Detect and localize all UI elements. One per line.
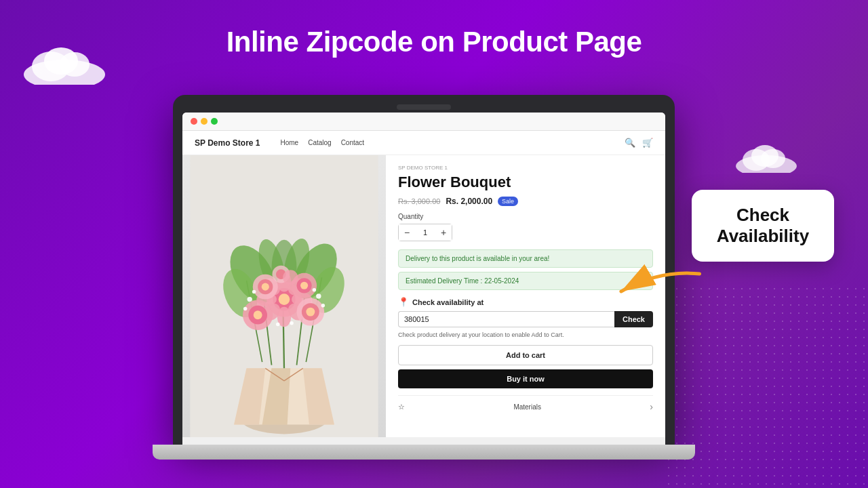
svg-point-56: [321, 304, 326, 308]
nav-links: Home Catalog Contact: [280, 139, 364, 146]
callout-box: Check Availability: [692, 190, 834, 262]
check-input-row: Check: [398, 311, 653, 327]
close-window-dot[interactable]: [191, 118, 197, 125]
materials-chevron-icon[interactable]: ›: [650, 401, 653, 412]
store-logo: SP Demo Store 1: [195, 138, 260, 148]
store-page: SP Demo Store 1 Home Catalog Contact 🔍 🛒: [182, 131, 665, 437]
page-header: Inline Zipcode on Product Page: [0, 0, 868, 79]
buy-now-button[interactable]: Buy it now: [398, 369, 653, 388]
nav-catalog[interactable]: Catalog: [308, 139, 331, 146]
product-layout: SP DEMO STORE 1 Flower Bouquet Rs. 3,000…: [182, 155, 665, 437]
zipcode-input[interactable]: [398, 311, 614, 327]
nav-home[interactable]: Home: [280, 139, 298, 146]
store-breadcrumb: SP DEMO STORE 1: [398, 165, 653, 171]
browser-chrome: [182, 113, 665, 131]
svg-point-59: [290, 321, 294, 325]
search-icon[interactable]: 🔍: [625, 138, 635, 148]
browser-window-controls: [191, 118, 218, 125]
quantity-label: Quantity: [398, 213, 653, 220]
check-note: Check product delivery at your location …: [398, 331, 653, 338]
sale-price: Rs. 2,000.00: [446, 197, 492, 206]
store-nav: SP Demo Store 1 Home Catalog Contact 🔍 🛒: [182, 131, 665, 155]
svg-point-39: [254, 310, 262, 319]
quantity-value: 1: [415, 228, 435, 237]
sale-badge: Sale: [498, 197, 518, 206]
nav-contact[interactable]: Contact: [341, 139, 364, 146]
original-price: Rs. 3,000.00: [398, 197, 440, 205]
quantity-minus-button[interactable]: −: [399, 224, 415, 241]
svg-point-48: [300, 282, 308, 289]
svg-point-53: [243, 307, 248, 311]
svg-point-55: [316, 293, 321, 298]
svg-point-45: [262, 283, 269, 291]
quantity-control: − 1 +: [398, 224, 452, 241]
maximize-window-dot[interactable]: [211, 118, 218, 125]
nav-icons: 🔍 🛒: [625, 138, 653, 148]
svg-point-28: [279, 293, 290, 305]
check-availability-callout: Check Availability: [692, 190, 834, 262]
price-row: Rs. 3,000.00 Rs. 2,000.00 Sale: [398, 197, 653, 206]
flower-bouquet-image: [182, 155, 386, 437]
svg-point-7: [751, 145, 778, 167]
materials-icon: ☆: [398, 403, 405, 411]
page-title: Inline Zipcode on Product Page: [0, 26, 868, 58]
svg-point-51: [283, 270, 298, 285]
check-button[interactable]: Check: [614, 311, 653, 327]
callout-text: Check Availability: [711, 205, 815, 247]
svg-point-42: [306, 308, 315, 317]
product-image-area: [182, 155, 386, 437]
svg-point-52: [247, 297, 252, 302]
minimize-window-dot[interactable]: [201, 118, 208, 125]
laptop-camera-notch: [397, 104, 451, 110]
svg-point-58: [276, 323, 280, 327]
quantity-plus-button[interactable]: +: [435, 224, 452, 241]
materials-row: ☆ Materials ›: [398, 395, 653, 412]
check-availability-label: Check availability at: [412, 298, 484, 306]
product-name: Flower Bouquet: [398, 174, 653, 191]
laptop-base: [153, 445, 695, 460]
svg-point-57: [313, 288, 317, 292]
delivery-message: Delivery to this product is available in…: [398, 249, 653, 268]
add-to-cart-button[interactable]: Add to cart: [398, 345, 653, 365]
laptop-screen-frame: SP Demo Store 1 Home Catalog Contact 🔍 🛒: [173, 95, 675, 445]
cloud-decoration-right: [732, 142, 800, 176]
materials-label: Materials: [513, 403, 541, 411]
flower-scene: [182, 155, 386, 437]
pin-icon: 📍: [398, 297, 409, 307]
cart-icon[interactable]: 🛒: [642, 138, 653, 148]
svg-point-54: [252, 290, 256, 294]
laptop-screen: SP Demo Store 1 Home Catalog Contact 🔍 🛒: [182, 113, 665, 445]
